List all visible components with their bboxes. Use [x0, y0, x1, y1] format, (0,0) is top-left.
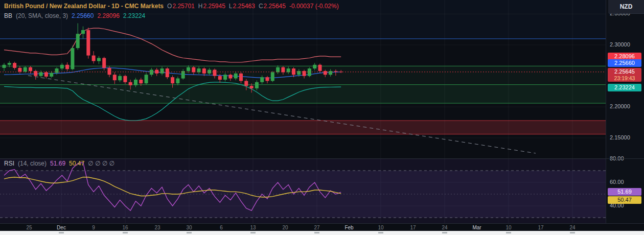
time-axis-label: 17: [538, 225, 543, 230]
candle-body[interactable]: [39, 72, 43, 76]
strip-mark: [570, 232, 575, 233]
candle-body[interactable]: [176, 79, 179, 84]
candle-body[interactable]: [202, 68, 206, 74]
candle-body[interactable]: [86, 30, 90, 56]
strip-mark: [378, 232, 383, 233]
candle-body[interactable]: [234, 74, 238, 79]
candle-body[interactable]: [308, 68, 311, 76]
candle-body[interactable]: [134, 80, 137, 85]
rsi-hidden-values: ∅ ∅ ∅ ∅: [88, 160, 114, 167]
time-axis-label: 30: [186, 225, 192, 230]
candle-body[interactable]: [55, 68, 59, 73]
candle-body[interactable]: [329, 71, 332, 75]
time-axis-label: 27: [314, 225, 319, 230]
candle-body[interactable]: [171, 77, 174, 83]
rsi-badge-ma: 50.47: [608, 196, 641, 204]
time-axis-label: Feb: [344, 225, 353, 230]
candle-body[interactable]: [166, 68, 169, 77]
candle-body[interactable]: [334, 71, 337, 72]
candle-body[interactable]: [65, 65, 69, 69]
candle-body[interactable]: [139, 80, 143, 83]
green-zone: [0, 85, 606, 103]
candle-body[interactable]: [97, 58, 101, 61]
candle-body[interactable]: [187, 67, 190, 71]
candle-body[interactable]: [318, 65, 322, 71]
candle-body[interactable]: [60, 65, 64, 68]
time-axis-label: 25: [26, 225, 32, 230]
candle-body[interactable]: [160, 68, 164, 74]
candle-body[interactable]: [260, 77, 264, 82]
symbol-title[interactable]: British Pound / New Zealand Dollar - 1D …: [4, 3, 164, 10]
candle-body[interactable]: [213, 70, 217, 76]
candle-body[interactable]: [276, 67, 280, 73]
candle-body[interactable]: [34, 71, 37, 76]
time-axis-label: 13: [250, 225, 256, 230]
price-axis-label: 2.30000: [610, 41, 630, 48]
candle-body[interactable]: [250, 86, 254, 88]
rsi-indicator-legend[interactable]: RSI (14, close) 51.69 50.47 ∅ ∅ ∅ ∅: [4, 160, 114, 167]
rsi-params: (14, close): [18, 160, 47, 167]
candle-body[interactable]: [129, 82, 132, 85]
candle-body[interactable]: [8, 63, 11, 65]
time-axis-label: Mar: [472, 225, 481, 230]
candle-body[interactable]: [102, 58, 106, 68]
candle-body[interactable]: [192, 67, 195, 73]
bb-name[interactable]: BB: [4, 12, 12, 19]
time-axis-label: 6: [220, 225, 223, 230]
candle-body[interactable]: [150, 70, 153, 75]
candle-body[interactable]: [113, 75, 117, 80]
candle-body[interactable]: [145, 75, 148, 83]
candle-body[interactable]: [71, 48, 74, 69]
price-chart-canvas[interactable]: [0, 0, 606, 223]
strip-mark: [187, 232, 192, 233]
time-axis[interactable]: 25Dec91623306132027Feb101724Mar101724: [0, 223, 644, 231]
candle-body[interactable]: [13, 63, 16, 68]
candle-body[interactable]: [266, 77, 269, 81]
candle-body[interactable]: [76, 34, 80, 48]
price-axis-label: 2.20000: [610, 103, 630, 109]
price-axis[interactable]: 2.350002.300002.200002.1500080.0060.0040…: [606, 0, 644, 231]
candle-body[interactable]: [208, 70, 211, 74]
candle-body[interactable]: [3, 65, 6, 68]
time-axis-label: 24: [442, 225, 447, 230]
candle-body[interactable]: [18, 68, 21, 72]
candle-body[interactable]: [218, 76, 222, 80]
strip-mark: [123, 232, 128, 233]
candle-body[interactable]: [50, 73, 53, 77]
page-background-strip: [0, 231, 644, 235]
candle-body[interactable]: [281, 67, 285, 73]
candle-body[interactable]: [44, 72, 48, 77]
candle-body[interactable]: [239, 74, 243, 81]
candle-body[interactable]: [292, 68, 295, 75]
price-badge-last-price: 2.2564523:19:43: [608, 68, 641, 82]
candle-body[interactable]: [223, 75, 227, 80]
time-axis-label: 23: [154, 225, 160, 230]
ohlc-low: L2.25463: [229, 3, 255, 10]
candle-body[interactable]: [297, 71, 301, 75]
candle-body[interactable]: [271, 72, 274, 81]
currency-tab[interactable]: NZD: [608, 0, 644, 14]
candle-body[interactable]: [29, 67, 32, 71]
candle-body[interactable]: [339, 72, 343, 72]
candle-body[interactable]: [313, 65, 316, 68]
candle-body[interactable]: [324, 71, 327, 75]
price-badge-bb-lower: 2.23224: [608, 84, 641, 91]
symbol-legend[interactable]: British Pound / New Zealand Dollar - 1D …: [4, 3, 339, 10]
candle-body[interactable]: [123, 76, 127, 82]
candle-body[interactable]: [155, 70, 158, 74]
candle-body[interactable]: [92, 56, 96, 61]
bb-indicator-legend[interactable]: BB (20, SMA, close, 3) 2.25660 2.28096 2…: [4, 12, 145, 19]
candle-body[interactable]: [255, 82, 259, 88]
candle-body[interactable]: [81, 30, 85, 34]
candle-body[interactable]: [24, 67, 27, 72]
ohlc-close: C2.25645: [259, 3, 286, 10]
candle-body[interactable]: [244, 81, 248, 86]
rsi-badge-value: 51.69: [608, 188, 641, 196]
pane-divider[interactable]: [0, 158, 644, 159]
rsi-name[interactable]: RSI: [4, 160, 14, 167]
red-zone: [0, 121, 606, 134]
candle-body[interactable]: [118, 76, 122, 81]
candle-body[interactable]: [108, 68, 111, 75]
rsi-value: 51.69: [50, 160, 65, 167]
candle-body[interactable]: [228, 75, 232, 78]
